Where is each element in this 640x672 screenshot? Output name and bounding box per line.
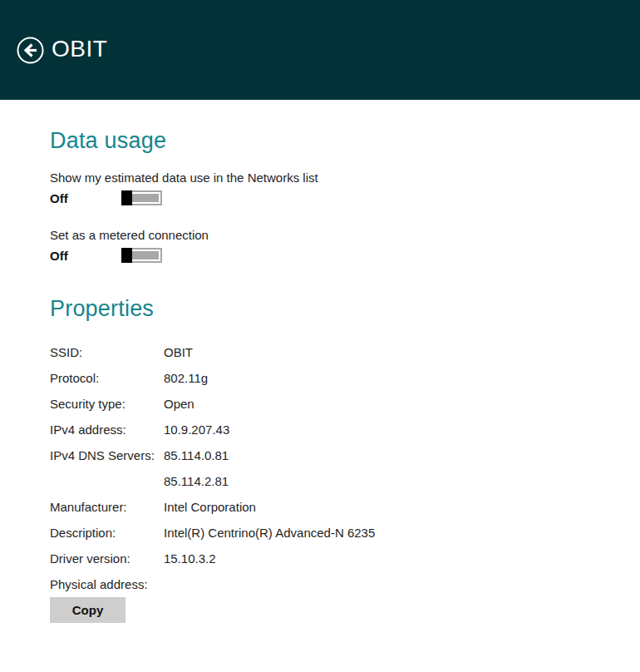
content-area: Data usage Show my estimated data use in…: [0, 128, 640, 623]
property-value: 15.10.3.2: [164, 551, 216, 566]
show-data-use-label: Show my estimated data use in the Networ…: [50, 170, 607, 185]
property-label: IPv4 address:: [50, 422, 164, 437]
property-value: 802.11g: [164, 371, 208, 385]
property-label: Physical address:: [50, 577, 164, 591]
property-label: Manufacturer:: [50, 500, 164, 514]
property-row-driver-version: Driver version: 15.10.3.2: [50, 546, 607, 571]
back-button[interactable]: [17, 37, 44, 64]
properties-list: SSID: OBIT Protocol: 802.11g Security ty…: [50, 339, 607, 597]
property-row-description: Description: Intel(R) Centrino(R) Advanc…: [50, 520, 607, 546]
data-usage-heading: Data usage: [50, 128, 607, 154]
property-value: 10.9.207.43: [164, 422, 229, 437]
copy-button[interactable]: Copy: [50, 597, 126, 623]
property-label: Driver version:: [50, 551, 164, 566]
property-row-security-type: Security type: Open: [50, 391, 607, 417]
toggle-track: [132, 251, 159, 259]
network-settings-page: OBIT Data usage Show my estimated data u…: [0, 0, 640, 672]
show-data-use-setting: Show my estimated data use in the Networ…: [50, 170, 607, 205]
property-row-ipv4-dns-2: 85.114.2.81: [50, 468, 607, 494]
property-row-physical-address: Physical address:: [50, 571, 607, 597]
metered-connection-label: Set as a metered connection: [50, 228, 607, 242]
toggle-track: [132, 194, 159, 202]
property-value: Intel Corporation: [164, 500, 256, 514]
property-row-protocol: Protocol: 802.11g: [50, 365, 607, 391]
show-data-use-state: Off: [50, 191, 121, 205]
property-label: Security type:: [50, 397, 164, 411]
property-label: SSID:: [50, 345, 164, 359]
metered-connection-toggle-row: Off: [50, 248, 607, 263]
metered-connection-toggle[interactable]: [121, 248, 162, 263]
page-header: OBIT: [0, 0, 640, 100]
property-value: 85.114.0.81: [164, 448, 229, 462]
toggle-thumb[interactable]: [121, 190, 132, 205]
page-title: OBIT: [52, 37, 107, 62]
property-row-ipv4-dns-1: IPv4 DNS Servers: 85.114.0.81: [50, 442, 607, 468]
property-value: Open: [164, 397, 194, 411]
back-arrow-icon: [17, 37, 44, 64]
property-value: Intel(R) Centrino(R) Advanced-N 6235: [164, 526, 375, 540]
property-label: Description:: [50, 526, 164, 540]
toggle-thumb[interactable]: [121, 248, 132, 263]
property-label: IPv4 DNS Servers:: [50, 448, 164, 462]
property-row-manufacturer: Manufacturer: Intel Corporation: [50, 494, 607, 520]
property-row-ssid: SSID: OBIT: [50, 339, 607, 365]
metered-connection-state: Off: [50, 249, 121, 263]
show-data-use-toggle[interactable]: [121, 190, 162, 205]
property-value: OBIT: [164, 345, 193, 359]
show-data-use-toggle-row: Off: [50, 190, 607, 205]
property-row-ipv4-address: IPv4 address: 10.9.207.43: [50, 417, 607, 442]
property-label: Protocol:: [50, 371, 164, 385]
metered-connection-setting: Set as a metered connection Off: [50, 228, 607, 263]
property-value: 85.114.2.81: [164, 474, 229, 488]
properties-heading: Properties: [50, 296, 607, 322]
